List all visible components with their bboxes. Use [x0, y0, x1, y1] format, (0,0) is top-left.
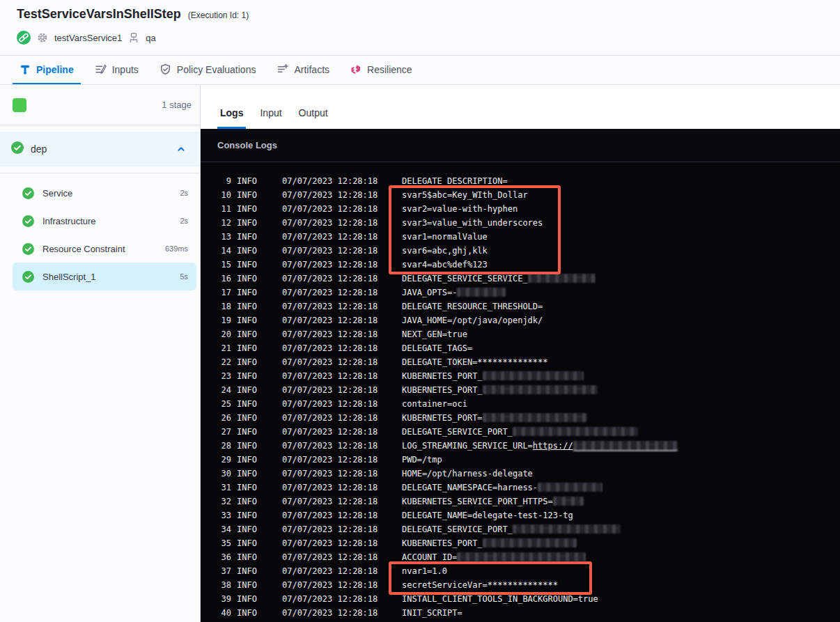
log-timestamp: 07/07/2023 12:28:18 — [282, 216, 402, 230]
log-line-number: 31 — [201, 481, 231, 495]
log-message: DELEGATE_SERVICE_PORT_ — [402, 425, 840, 439]
log-line: 28INFO07/07/2023 12:28:18LOG_STREAMING_S… — [201, 439, 840, 453]
tab-artifacts[interactable]: Artifacts — [270, 56, 336, 84]
log-line: 40INFO07/07/2023 12:28:18INIT_SCRIPT= — [201, 606, 840, 620]
log-line-number: 15 — [201, 258, 231, 272]
environment-icon — [128, 32, 139, 43]
redacted-text-block — [573, 441, 678, 450]
log-timestamp: 07/07/2023 12:28:18 — [282, 495, 402, 508]
log-message: DELEGATE_TAGS= — [402, 341, 840, 355]
log-line-number: 19 — [201, 313, 231, 327]
log-line: 14INFO07/07/2023 12:28:18svar6=abc,ghj,k… — [201, 244, 840, 258]
redacted-text-block — [457, 288, 506, 297]
console-logs-header: Console Logs — [201, 129, 840, 162]
log-level: INFO — [231, 230, 282, 244]
log-timestamp: 07/07/2023 12:28:18 — [282, 174, 402, 188]
log-line-number: 33 — [201, 508, 231, 522]
log-timestamp: 07/07/2023 12:28:18 — [282, 300, 402, 313]
log-level: INFO — [231, 355, 282, 369]
log-tab-output[interactable]: Output — [296, 107, 331, 129]
log-line: 19INFO07/07/2023 12:28:18JAVA_HOME=/opt/… — [201, 313, 840, 327]
log-line-number: 26 — [201, 411, 231, 425]
log-message: DELEGATE_NAMESPACE=harness- — [402, 481, 840, 495]
step-duration: 5s — [180, 272, 196, 281]
chevron-up-icon[interactable] — [176, 144, 186, 154]
log-tabs: LogsInputOutput — [201, 85, 840, 129]
step-label: ShellScript_1 — [42, 272, 96, 282]
step-duration: 2s — [180, 189, 196, 197]
policy-icon — [160, 63, 171, 75]
log-line-number: 10 — [201, 188, 231, 202]
step-label: Service — [42, 188, 72, 199]
stage-count: 1 stage — [162, 100, 192, 110]
redacted-text-block — [457, 552, 586, 561]
log-message: svar4=abc%def%123 — [402, 258, 840, 272]
log-message: HOME=/opt/harness-delegate — [402, 467, 840, 481]
log-level: INFO — [231, 369, 282, 383]
log-message: nvar1=1.0 — [402, 564, 840, 578]
log-message: DELEGATE_SERVICE_SERVICE_ — [402, 272, 840, 286]
redacted-text-block — [483, 413, 587, 422]
log-tab-input[interactable]: Input — [257, 107, 284, 129]
redacted-text-block — [513, 427, 638, 436]
step-service[interactable]: Service2s — [13, 179, 196, 207]
log-line-number: 40 — [201, 606, 231, 620]
log-message: svar3=value_with_underscores — [402, 216, 840, 230]
tab-policy-evaluations[interactable]: Policy Evaluations — [153, 56, 263, 84]
log-timestamp: 07/07/2023 12:28:18 — [282, 550, 402, 564]
log-timestamp: 07/07/2023 12:28:18 — [282, 272, 402, 286]
log-section: LogsInputOutput Console Logs 9INFO07/07/… — [201, 85, 840, 622]
log-line: 34INFO07/07/2023 12:28:18DELEGATE_SERVIC… — [201, 522, 840, 536]
log-timestamp: 07/07/2023 12:28:18 — [282, 425, 402, 439]
log-message: svar1=normalValue — [402, 230, 840, 244]
step-infrastructure[interactable]: Infrastructure2s — [13, 207, 196, 235]
content: 1 stage dep Service2sInfrastructure2sRes… — [0, 85, 840, 622]
log-line-number: 35 — [201, 536, 231, 550]
log-level: INFO — [231, 522, 282, 536]
log-line: 16INFO07/07/2023 12:28:18DELEGATE_SERVIC… — [201, 272, 840, 286]
execution-id: (Execution Id: 1) — [188, 10, 249, 20]
log-level: INFO — [231, 606, 282, 620]
service-name[interactable]: testVarsService1 — [54, 33, 122, 43]
tab-resilience[interactable]: Resilience — [343, 56, 419, 84]
success-check-icon — [11, 141, 24, 157]
log-tab-logs[interactable]: Logs — [217, 107, 246, 129]
log-level: INFO — [231, 216, 282, 230]
stage-group-dep[interactable]: dep — [0, 132, 200, 166]
page-header: TestServiceVarsInShellStep (Execution Id… — [0, 0, 840, 56]
inputs-icon — [95, 63, 107, 75]
console-log-body[interactable]: 9INFO07/07/2023 12:28:18DELEGATE_DESCRIP… — [201, 162, 840, 622]
tab-pipeline[interactable]: Pipeline — [13, 56, 81, 84]
log-level: INFO — [231, 453, 282, 467]
step-shellscript-1[interactable]: ShellScript_15s — [13, 263, 196, 290]
step-resource-constraint[interactable]: Resource Constraint639ms — [13, 235, 196, 263]
log-level: INFO — [231, 564, 282, 578]
log-line-number: 9 — [201, 174, 231, 188]
log-timestamp: 07/07/2023 12:28:18 — [282, 327, 402, 341]
environment-name[interactable]: qa — [146, 33, 155, 43]
log-line: 15INFO07/07/2023 12:28:18svar4=abc%def%1… — [201, 258, 840, 272]
log-timestamp: 07/07/2023 12:28:18 — [282, 564, 402, 578]
stage-status-square[interactable] — [13, 98, 26, 112]
log-line-number: 21 — [201, 341, 231, 355]
log-line-number: 27 — [201, 425, 231, 439]
tab-label: Pipeline — [36, 64, 74, 75]
log-message: DELEGATE_SERVICE_PORT_ — [402, 522, 840, 536]
log-timestamp: 07/07/2023 12:28:18 — [282, 453, 402, 467]
log-message: JAVA_HOME=/opt/java/openjdk/ — [402, 313, 840, 327]
log-timestamp: 07/07/2023 12:28:18 — [282, 313, 402, 327]
log-line-number: 39 — [201, 592, 231, 606]
log-message-link[interactable]: https:// — [533, 441, 573, 451]
cd-module-icon — [17, 31, 31, 45]
success-check-icon — [22, 243, 34, 255]
success-check-icon — [22, 271, 34, 283]
log-line: 31INFO07/07/2023 12:28:18DELEGATE_NAMESP… — [201, 481, 840, 495]
log-message: svar2=value-with-hyphen — [402, 202, 840, 216]
tab-inputs[interactable]: Inputs — [88, 56, 146, 84]
log-message: DELEGATE_DESCRIPTION= — [402, 174, 840, 188]
log-line: 39INFO07/07/2023 12:28:18INSTALL_CLIENT_… — [201, 592, 840, 606]
log-level: INFO — [231, 202, 282, 216]
resilience-icon — [350, 64, 361, 75]
tab-label: Policy Evaluations — [177, 64, 256, 75]
log-message: DELEGATE_RESOURCE_THRESHOLD= — [402, 300, 840, 313]
